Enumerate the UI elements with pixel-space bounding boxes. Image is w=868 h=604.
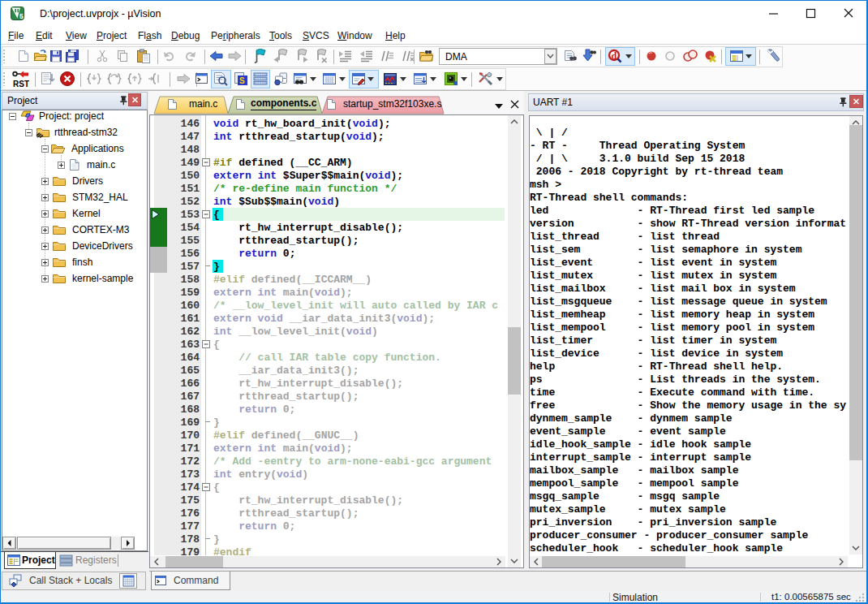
svg-text:d: d bbox=[612, 50, 617, 62]
svg-text:5: 5 bbox=[19, 12, 24, 20]
svg-text:RST: RST bbox=[13, 80, 29, 88]
svg-text:S: S bbox=[239, 76, 245, 85]
